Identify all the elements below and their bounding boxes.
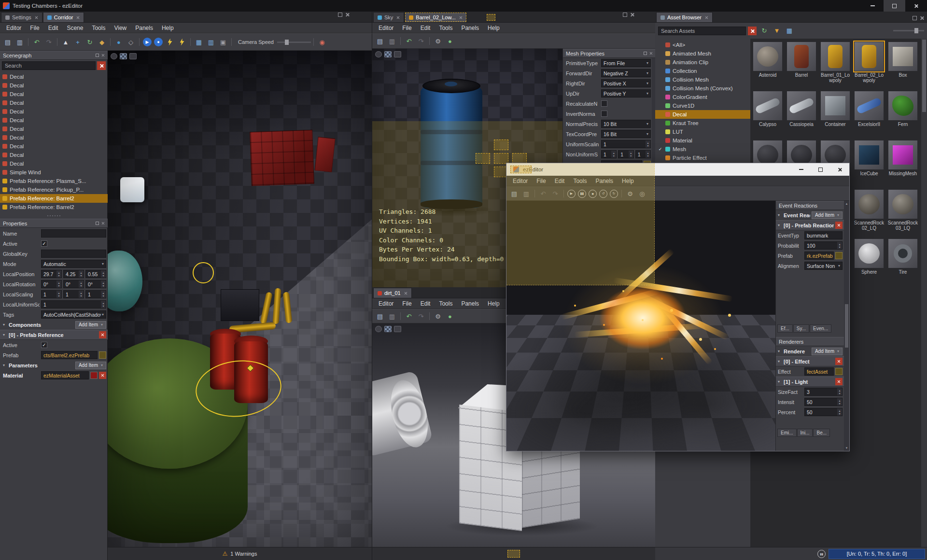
recalculaten-checkbox[interactable] [601, 100, 607, 107]
menu-panels[interactable]: Panels [457, 25, 483, 31]
close-panel-icon[interactable] [101, 222, 105, 225]
scale-gizmo-icon[interactable]: ◆ [96, 37, 108, 47]
speed-boost-icon[interactable] [164, 37, 176, 47]
tab-settings[interactable]: Settings [1, 12, 42, 22]
menu-editor[interactable]: Editor [2, 25, 26, 31]
remove-component-button[interactable] [99, 331, 106, 338]
asset-card[interactable]: Container [819, 91, 851, 127]
particle-viewport[interactable] [506, 201, 775, 451]
expand-icon[interactable] [394, 326, 401, 332]
scenegraph-item[interactable]: Prefab Reference: Plasma_S... [0, 177, 108, 185]
camera-icon[interactable] [375, 326, 382, 332]
scenegraph-item[interactable]: Decal [0, 72, 108, 81]
asset-type-item[interactable]: Animated Mesh [655, 49, 750, 58]
scenegraph-item[interactable]: Prefab Reference: Barrel2 [0, 203, 108, 211]
settings-gear-icon[interactable]: ⚙ [624, 188, 636, 199]
scenegraph-item[interactable]: Decal [0, 133, 108, 142]
scenegraph-item[interactable]: Decal [0, 116, 108, 125]
updir-dropdown[interactable]: Positive Y▾ [601, 89, 651, 98]
remove-component-button[interactable] [835, 378, 843, 385]
localposition-spinner[interactable]: 4.25▴▾ [63, 270, 84, 278]
thumbnail-size-slider[interactable] [893, 30, 924, 31]
effect-asset-field[interactable]: fectAsset [804, 367, 834, 376]
expand-icon[interactable]: ▾ [3, 322, 7, 327]
asset-card[interactable]: Asteroid [752, 42, 784, 78]
tab-asset-browser[interactable]: Asset Browser [656, 12, 713, 22]
slider-handle[interactable] [285, 40, 289, 45]
remove-material-button[interactable] [99, 372, 106, 379]
save-all-icon[interactable]: ▥ [14, 37, 26, 47]
stop-icon[interactable]: ■ [589, 190, 597, 198]
expand-icon[interactable] [394, 51, 401, 57]
eventtyp-input[interactable]: burnmark [804, 231, 843, 239]
nonuniforms-spinner[interactable]: 1▴▾ [618, 150, 633, 158]
add-item-button[interactable]: Add Item▾ [812, 348, 843, 355]
translate-gizmo-icon[interactable]: + [72, 37, 84, 47]
restart-icon[interactable]: ↺ [599, 190, 607, 198]
scenegraph-item[interactable]: Simple Wind [0, 168, 108, 177]
panel-tab-ef[interactable]: Ef... [777, 324, 793, 333]
localuniformsc-spinner[interactable]: 1▴▾ [41, 300, 106, 308]
menu-editor[interactable]: Editor [374, 25, 398, 31]
redo-icon[interactable]: ↷ [415, 36, 427, 46]
close-button[interactable] [830, 163, 849, 176]
spinner-arrows[interactable]: ▴▾ [79, 291, 84, 298]
save-icon[interactable]: ▤ [508, 188, 520, 199]
invertnorma-checkbox[interactable] [601, 111, 607, 117]
scroll-down-icon[interactable]: ▾ [846, 446, 848, 450]
expand-icon[interactable]: ▾ [3, 363, 7, 367]
localrotation-spinner[interactable]: 0°▴▾ [85, 280, 106, 288]
platform-icon[interactable]: ● [444, 36, 456, 46]
localrotation-spinner[interactable]: 0°▴▾ [41, 280, 62, 288]
thumbnail-view-icon[interactable]: ▦ [784, 26, 795, 36]
localscaling-spinner[interactable]: 1▴▾ [63, 290, 84, 298]
active-checkbox[interactable]: ✓ [41, 240, 47, 247]
clear-search-button[interactable] [748, 27, 757, 35]
scrollbar-thumb[interactable] [845, 304, 848, 348]
tab-sky[interactable]: Sky [373, 12, 404, 22]
filter-checkbox[interactable]: ✓ [658, 147, 663, 152]
spinner-arrows[interactable]: ▴▾ [101, 301, 106, 308]
minimize-button[interactable] [862, 0, 884, 12]
expand-icon[interactable]: ▾ [778, 223, 782, 227]
transform-asset-icon[interactable]: ↻ [758, 26, 770, 36]
mode-dropdown[interactable]: Automatic▾ [41, 260, 106, 268]
tab-close-icon[interactable] [705, 16, 708, 19]
menu-panels[interactable]: Panels [131, 25, 157, 31]
asset-type-item[interactable]: ✓Mesh [655, 145, 750, 154]
add-item-button[interactable]: Add Item▾ [812, 211, 843, 219]
normalprecis-dropdown[interactable]: 10 Bit▾ [601, 120, 651, 128]
menu-help[interactable]: Help [157, 25, 178, 31]
scenegraph-item[interactable]: Decal [0, 90, 108, 98]
scenegraph-item[interactable]: Decal [0, 125, 108, 133]
redo-icon[interactable]: ↷ [549, 188, 561, 199]
globalkey-input[interactable] [41, 250, 106, 258]
expand-icon[interactable]: ▾ [778, 379, 782, 384]
menu-tools[interactable]: Tools [435, 300, 457, 307]
spinner-arrows[interactable]: ▴▾ [79, 280, 84, 288]
remove-component-button[interactable] [835, 358, 843, 365]
close-window-icon[interactable] [345, 13, 350, 17]
scenegraph-item[interactable]: Decal [0, 159, 108, 168]
particle-window-titlebar[interactable]: ezEditor [506, 163, 849, 176]
asset-type-item[interactable]: Decal [655, 110, 750, 119]
loop-icon[interactable]: ↻ [610, 190, 618, 198]
snap-toggle-icon[interactable]: ▥ [205, 37, 217, 47]
asset-card[interactable]: ExcelsiorII [853, 91, 885, 127]
menu-panels[interactable]: Panels [457, 300, 483, 307]
platform-icon[interactable]: ● [444, 311, 456, 322]
spinner-arrows[interactable]: ▴▾ [79, 270, 84, 278]
spinner-arrows[interactable]: ▴▾ [101, 280, 106, 288]
intensit-spinner[interactable]: 50▴▾ [804, 398, 843, 406]
menu-file[interactable]: File [398, 25, 416, 31]
grid-icon[interactable] [384, 326, 392, 332]
scene-viewport[interactable] [108, 51, 372, 547]
float-window-icon[interactable] [623, 13, 627, 17]
scenegraph-item[interactable]: Prefab Reference: Barrel2 [0, 194, 108, 203]
localposition-spinner[interactable]: 29.7▴▾ [41, 270, 62, 278]
menu-scene[interactable]: Scene [62, 25, 87, 31]
menu-view[interactable]: View [110, 25, 131, 31]
add-item-button[interactable]: Add Item▾ [75, 362, 106, 369]
nonuniforms-spinner[interactable]: 1▴▾ [635, 150, 651, 158]
scenegraph-item[interactable]: Decal [0, 98, 108, 107]
